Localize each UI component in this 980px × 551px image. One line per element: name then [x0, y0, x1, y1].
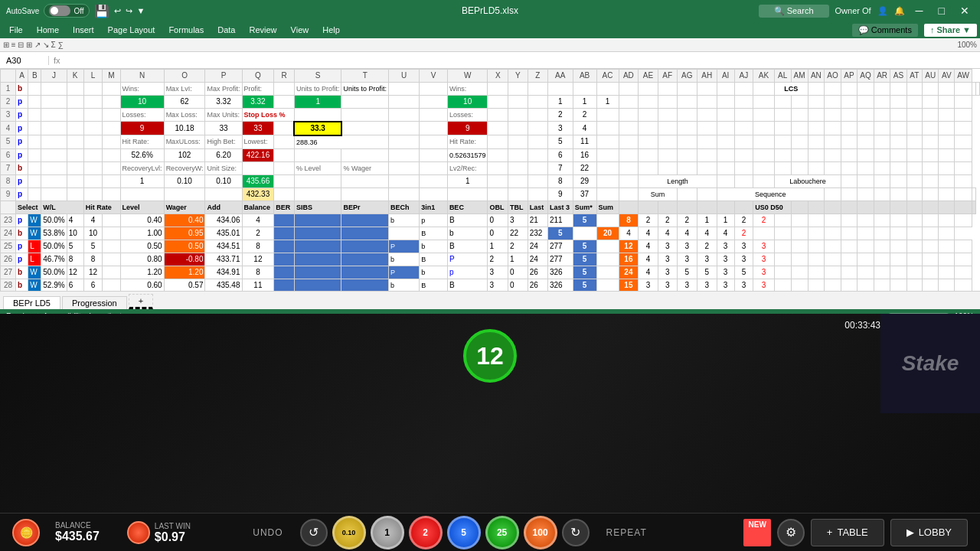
- nav-buttons: NEW ⚙ + TABLE ▶ LOBBY: [743, 519, 968, 546]
- time-display: 00:33:43: [844, 320, 880, 331]
- add-sheet-button[interactable]: +: [129, 294, 153, 309]
- chip-100[interactable]: 100: [524, 516, 557, 549]
- repeat-button[interactable]: REPEAT: [594, 521, 659, 544]
- chip-010[interactable]: 0.10: [332, 516, 366, 549]
- table-row: 2 p 10 62 3.32 3.32 1 10 111: [1, 96, 980, 109]
- table-row: 27 bW 50.0%12 12 1.20 1.20 434.91 8 P b …: [1, 266, 980, 279]
- chip-1[interactable]: 1: [371, 516, 404, 549]
- table-icon: +: [827, 527, 833, 538]
- undo-icon-btn[interactable]: ↺: [300, 519, 328, 546]
- ribbon: ⊞ ≡ ⊟ ⊞ ↗ ↘ Σ ∑ 100%: [0, 38, 980, 52]
- menu-file[interactable]: File: [3, 24, 29, 35]
- sheet-tabs: BEPr LD5 Progression +: [0, 291, 980, 309]
- menu-page-layout[interactable]: Page Layout: [102, 24, 162, 35]
- window-title: BEPrLD5.xlsx: [462, 5, 518, 16]
- cell-reference[interactable]: A30: [3, 56, 49, 65]
- table-row: 6 p 52.6% 102 6.20 422.16 0.52631579 616: [1, 148, 980, 161]
- user-icon: 👤: [877, 6, 888, 16]
- title-bar: AutoSave Off 💾 ↩ ↪ ▼ BEPrLD5.xlsx 🔍 Sear…: [0, 0, 980, 21]
- menu-insert[interactable]: Insert: [67, 24, 100, 35]
- column-header-row: A B J K L M N O P Q R S T U V W X: [1, 70, 980, 83]
- last-win-label: LAST WIN: [155, 522, 191, 530]
- casino-area: Stake 00:33:43 15 🔒 WON $267 $85.06 tt $…: [0, 314, 980, 551]
- table-button[interactable]: + TABLE: [811, 519, 884, 546]
- timer-display: 12: [463, 329, 517, 383]
- autosave-toggle[interactable]: Off: [44, 4, 89, 18]
- share-btn[interactable]: ↑ Share ▼: [924, 24, 977, 37]
- last-win-icon: [127, 521, 150, 544]
- menu-formulas[interactable]: Formulas: [162, 24, 210, 35]
- toggle-switch[interactable]: [49, 5, 70, 16]
- new-badge: NEW: [743, 519, 770, 546]
- sheet-tab-progression[interactable]: Progression: [62, 296, 127, 309]
- chip-5[interactable]: 5: [447, 516, 481, 549]
- table-row: 23 pW 50.0%4 4 0.40 0.40 434.06 4 b p B …: [1, 214, 980, 227]
- excel-area: AutoSave Off 💾 ↩ ↪ ▼ BEPrLD5.xlsx 🔍 Sear…: [0, 0, 980, 314]
- formula-bar: A30 fx: [0, 52, 980, 69]
- minimize-button[interactable]: ─: [911, 5, 928, 17]
- sheet-tab-beprld5[interactable]: BEPr LD5: [3, 296, 60, 309]
- menu-view[interactable]: View: [285, 24, 315, 35]
- ribbon-icons: ⊞ ≡ ⊟ ⊞ ↗ ↘ Σ ∑: [3, 41, 64, 49]
- autosave-label: AutoSave: [6, 7, 39, 15]
- menu-help[interactable]: Help: [316, 24, 346, 35]
- balance-value: $435.67: [55, 530, 100, 543]
- redo-icon[interactable]: ↪: [126, 6, 132, 16]
- chip-2[interactable]: 2: [409, 516, 443, 549]
- lobby-icon: ▶: [906, 527, 914, 538]
- search-box[interactable]: 🔍 Search: [759, 5, 829, 18]
- table-row: 25 pL 50.0%5 5 0.50 0.50 434.51 8 P b B …: [1, 240, 980, 253]
- comments-btn[interactable]: 💬 Comments: [852, 24, 918, 37]
- table-row: 26 pL 46.7%8 8 0.80 -0.80 433.71 12 b B …: [1, 253, 980, 266]
- save-icon[interactable]: 💾: [94, 4, 109, 18]
- table-row: 8 p 1 0.10 0.10 435.66 1 829 Length Labo…: [1, 174, 980, 187]
- table-row: 1 b Wins: Max LvI: Max Profit: Profit: U…: [1, 83, 980, 96]
- menu-data[interactable]: Data: [211, 24, 241, 35]
- table-row: 5 p Hit Rate: MaxULoss: High Bet: Lowest…: [1, 135, 980, 149]
- brand-overlay: Stake: [880, 314, 980, 413]
- balance-bar: 🪙 BALANCE $435.67 LAST WIN $0.97 UNDO ↺: [0, 513, 980, 551]
- spreadsheet-grid: A B J K L M N O P Q R S T U V W X: [0, 69, 980, 291]
- maximize-button[interactable]: □: [934, 5, 949, 17]
- table-row: 7 b RecoveryLvl: RecoveryW: Unit Size: %…: [1, 161, 980, 174]
- menu-home[interactable]: Home: [31, 24, 65, 35]
- data-table: A B J K L M N O P Q R S T U V W X: [0, 69, 980, 291]
- formula-icon: fx: [49, 56, 65, 65]
- table-row: 4 p 9 10.18 33 33 33.3 9 34: [1, 122, 980, 135]
- owner-label: Owner Of: [835, 6, 871, 15]
- close-button[interactable]: ✕: [956, 5, 974, 17]
- customize-icon[interactable]: ▼: [137, 6, 145, 15]
- table-row: 28 bW 52.9%6 6 0.60 0.57 435.48 11 b B B…: [1, 279, 980, 291]
- lobby-button[interactable]: ▶ LOBBY: [890, 519, 968, 546]
- undo-button[interactable]: UNDO: [240, 521, 295, 544]
- title-right-area: 🔍 Search Owner Of 👤 🔔 ─ □ ✕: [759, 5, 974, 18]
- chip-25[interactable]: 25: [485, 516, 519, 549]
- table-row: 24 bW 53.8%10 10 1.00 0.95 435.01 2 B b …: [1, 227, 980, 240]
- bell-icon[interactable]: 🔔: [894, 6, 905, 16]
- column-labels-row: Select W/L Hit Rate Level Wager Add Bala…: [1, 201, 980, 214]
- table-row: 3 p Losses: Max Loss: Max Units: Stop Lo…: [1, 109, 980, 122]
- balance-label: BALANCE: [55, 521, 100, 530]
- settings-icon-btn[interactable]: ⚙: [777, 519, 805, 546]
- balance-section: BALANCE $435.67: [55, 521, 100, 543]
- menu-review[interactable]: Review: [243, 24, 283, 35]
- menu-bar: File Home Insert Page Layout Formulas Da…: [0, 21, 980, 38]
- table-row: 9 p 432.33 937 Sum Sequence: [1, 187, 980, 201]
- chips-area: UNDO ↺ 0.10 1 2 5 25 100 ↻ REPEAT: [240, 516, 658, 549]
- undo-icon[interactable]: ↩: [114, 6, 121, 16]
- balance-icon: 🪙: [12, 519, 40, 546]
- last-win-section: LAST WIN $0.97: [127, 521, 191, 544]
- last-win-value: $0.97: [155, 530, 185, 543]
- autosave-state: Off: [74, 7, 83, 15]
- refresh-icon-btn[interactable]: ↻: [562, 519, 590, 546]
